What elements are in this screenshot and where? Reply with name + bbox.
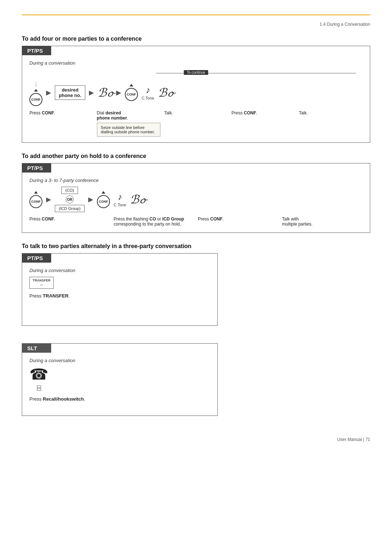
s2-ctone-label: C.Tone: [114, 203, 126, 207]
section1-captions: Press CONF. Dial desiredphone number. Se…: [29, 110, 363, 137]
s2-caption1: Press CONF.: [29, 216, 110, 222]
s2-caption4: Talk withmultiple parties.: [282, 216, 363, 227]
section3-pt-caption: Press TRANSFER.: [29, 293, 210, 299]
talk-icon-3: ℬ𝓸: [130, 193, 145, 206]
caption2: Dial desiredphone number. Seize outside …: [97, 110, 161, 137]
conf-label-2: CONF: [127, 93, 136, 96]
section3-slt-box: SLT During a conversation ☎ ⌸ Press Reca…: [22, 343, 218, 416]
conf-round-btn-1: CONF: [29, 93, 42, 106]
section2-box: PT/PS During a 3- to 7-party conference …: [22, 163, 370, 233]
section2-title: To add another party on hold to a confer…: [22, 153, 370, 159]
section3-pt-label: PT/PS: [22, 254, 51, 263]
icd-stack: (CO) OR (ICD Group): [55, 187, 85, 212]
section1-box: PT/PS During a conversation To continue …: [22, 46, 370, 143]
music-note-icon-2: ♪: [118, 192, 122, 202]
step4b-ctone: ♪ C.Tone: [142, 85, 154, 100]
caption5: Talk.: [299, 110, 363, 116]
desired-label: desired phone no.: [55, 85, 85, 100]
slt-handset-cell: ☎ ⌸: [29, 367, 48, 392]
down-arrow-icon: ↓: [34, 79, 38, 88]
transfer-btn-cell: TRANSFER ⤺: [29, 277, 54, 289]
handset-icon: ☎: [29, 367, 48, 382]
conf-label-1: CONF: [31, 98, 41, 101]
footer: User Manual | 71: [337, 437, 370, 442]
s2-conf-round-1: CONF: [29, 195, 42, 208]
s2-caption2: Press the flashing CO or ICD Groupcorres…: [114, 216, 194, 227]
section-title-header: 1.4 During a Conversation: [22, 15, 370, 27]
s2-step1-conf: CONF: [29, 191, 42, 208]
section2-flow: CONF ▶ (CO) OR (ICD Group) ▶: [29, 187, 363, 212]
conf-round-btn-2: CONF: [125, 88, 138, 101]
step4-conf2: CONF: [125, 84, 138, 101]
arrow2: ▶: [89, 89, 94, 97]
caption4: Press CONF.: [232, 110, 295, 116]
s2-arrow2: ▶: [88, 195, 93, 203]
caption3: Talk.: [164, 110, 228, 116]
conf-button-1: CONF: [29, 89, 42, 106]
section1-context: During a conversation: [29, 60, 363, 66]
s2-conf-round-2: CONF: [97, 195, 110, 208]
continue-banner: To continue: [184, 70, 208, 75]
section3-title: To talk to two parties alternately in a …: [22, 243, 370, 250]
section3-pt-flow: TRANSFER ⤺: [29, 277, 210, 289]
icd-button: (ICD Group): [55, 205, 85, 212]
s2-step2-co-icd: (CO) OR (ICD Group): [55, 187, 85, 212]
section1-title: To add four or more parties to a confere…: [22, 36, 370, 42]
music-note-icon-1: ♪: [146, 85, 150, 95]
s2-arrow1: ▶: [46, 195, 51, 203]
or-label: OR: [66, 195, 74, 203]
arrow1: ▶: [46, 89, 51, 97]
section2-captions: Press CONF. Press the flashing CO or ICD…: [29, 216, 363, 227]
s2-talk: ℬ𝓸: [130, 193, 145, 206]
step1-conf: ↓ CONF: [29, 79, 42, 106]
section2-box-label: PT/PS: [22, 163, 51, 173]
section3-slt-label: SLT: [22, 344, 51, 353]
transfer-button: TRANSFER ⤺: [29, 277, 54, 289]
section1-flow: ↓ CONF ▶ desired phone no.: [29, 79, 363, 106]
note-box: Seize outside line before dialling outsi…: [97, 123, 161, 137]
section3-pt-box: PT/PS During a conversation TRANSFER ⤺ P…: [22, 253, 218, 326]
section2-context: During a 3- to 7-party conference: [29, 178, 363, 183]
section3-slt-caption: Press Recall/hookswitch.: [29, 396, 210, 402]
s2-ctone: ♪ C.Tone: [114, 192, 126, 207]
section3-slt-context: During a conversation: [29, 358, 210, 363]
step3-talk1: ℬ𝓸: [98, 86, 113, 100]
arrow3: ▶: [116, 89, 121, 97]
hookswitch-icon: ⌸: [37, 384, 41, 392]
co-button: (CO): [61, 187, 78, 194]
s2-conf-btn-2: CONF: [97, 191, 110, 208]
ctone-label-1: C.Tone: [142, 96, 154, 100]
s2-step3-conf2: CONF: [97, 191, 110, 208]
conf-button-2: CONF: [125, 84, 138, 101]
section3-slt-flow: ☎ ⌸: [29, 367, 210, 392]
step2-desired: desired phone no.: [55, 85, 85, 100]
talk-icon-1: ℬ𝓸: [98, 86, 113, 100]
s2-caption3: Press CONF.: [198, 216, 278, 222]
caption1: Press CONF.: [29, 110, 93, 116]
s2-conf-btn-1: CONF: [29, 191, 42, 208]
section3-pt-context: During a conversation: [29, 268, 210, 273]
step5-talk2: ℬ𝓸: [158, 86, 173, 100]
talk-icon-2: ℬ𝓸: [158, 86, 173, 100]
section1-box-label: PT/PS: [22, 46, 51, 55]
